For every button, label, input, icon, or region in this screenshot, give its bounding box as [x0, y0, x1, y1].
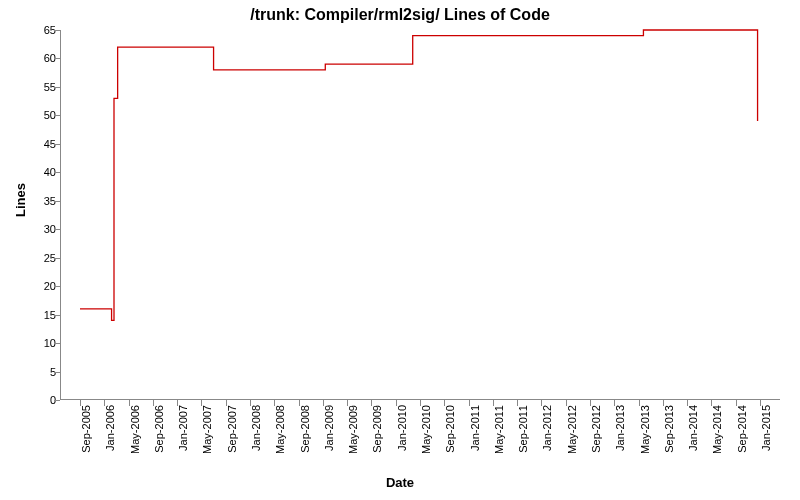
x-tick-label: Sep-2005 — [80, 405, 92, 475]
x-tick-label: May-2008 — [274, 405, 286, 475]
x-tick-label: May-2014 — [711, 405, 723, 475]
x-tick-label: Sep-2014 — [736, 405, 748, 475]
data-series — [60, 30, 780, 400]
y-tick-mark — [54, 400, 60, 401]
chart-title: /trunk: Compiler/rml2sig/ Lines of Code — [0, 6, 800, 24]
x-tick-label: Jan-2010 — [396, 405, 408, 475]
x-tick-label: Jan-2014 — [687, 405, 699, 475]
x-tick-label: May-2013 — [639, 405, 651, 475]
x-tick-label: Sep-2006 — [153, 405, 165, 475]
x-tick-label: May-2009 — [347, 405, 359, 475]
y-axis-label: Lines — [13, 183, 28, 217]
x-tick-label: May-2010 — [420, 405, 432, 475]
loc-series-line — [80, 30, 758, 320]
x-tick-label: May-2007 — [201, 405, 213, 475]
x-tick-label: May-2011 — [493, 405, 505, 475]
x-tick-label: Sep-2010 — [444, 405, 456, 475]
x-tick-label: Jan-2007 — [177, 405, 189, 475]
x-tick-label: Jan-2008 — [250, 405, 262, 475]
x-tick-label: Jan-2013 — [614, 405, 626, 475]
x-tick-label: May-2006 — [129, 405, 141, 475]
x-tick-label: Sep-2008 — [299, 405, 311, 475]
x-tick-label: Jan-2015 — [760, 405, 772, 475]
x-tick-label: Jan-2011 — [469, 405, 481, 475]
x-tick-label: May-2012 — [566, 405, 578, 475]
x-tick-label: Sep-2013 — [663, 405, 675, 475]
x-tick-label: Jan-2006 — [104, 405, 116, 475]
x-tick-label: Sep-2012 — [590, 405, 602, 475]
x-tick-label: Jan-2012 — [541, 405, 553, 475]
x-tick-label: Jan-2009 — [323, 405, 335, 475]
x-tick-label: Sep-2009 — [371, 405, 383, 475]
x-tick-label: Sep-2007 — [226, 405, 238, 475]
x-tick-label: Sep-2011 — [517, 405, 529, 475]
x-axis-label: Date — [0, 475, 800, 490]
loc-line-chart: /trunk: Compiler/rml2sig/ Lines of Code … — [0, 0, 800, 500]
